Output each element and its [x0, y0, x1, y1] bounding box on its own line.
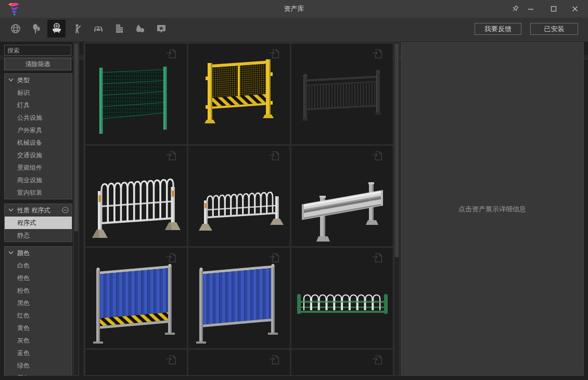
- category-signs-icon[interactable]: [152, 20, 170, 37]
- maximize-button[interactable]: [545, 0, 563, 18]
- asset-card[interactable]: [188, 350, 290, 376]
- asset-card[interactable]: [188, 248, 290, 348]
- chevron-down-icon: [8, 78, 14, 82]
- export-icon[interactable]: [164, 353, 178, 366]
- category-characters-icon[interactable]: [68, 20, 86, 37]
- minimize-button[interactable]: [522, 0, 540, 18]
- filter-item[interactable]: 绿色: [5, 359, 72, 372]
- asset-card[interactable]: [85, 44, 187, 144]
- category-vehicles-icon[interactable]: [89, 20, 107, 37]
- filter-item[interactable]: 商业设施: [5, 174, 72, 186]
- grid-scrollbar[interactable]: [394, 42, 400, 376]
- category-props-icon[interactable]: [47, 20, 66, 37]
- asset-card[interactable]: [85, 248, 187, 348]
- filter-section-color: 颜色 白色 橙色 粉色 黑色 红色 黄色 灰色 蓝色 绿色 紫色: [4, 246, 72, 376]
- toolbar: 我要反馈 已安装: [0, 18, 588, 42]
- asset-card[interactable]: [291, 146, 393, 246]
- category-vegetation-icon[interactable]: [27, 20, 45, 37]
- filter-item[interactable]: 户外家具: [5, 124, 72, 136]
- filter-item[interactable]: 静态: [5, 229, 72, 242]
- export-icon[interactable]: [370, 149, 384, 162]
- category-terrain-icon[interactable]: [6, 20, 24, 37]
- asset-card[interactable]: [85, 350, 187, 376]
- filter-item[interactable]: 机械设备: [5, 136, 72, 149]
- chevron-down-icon: [8, 208, 14, 212]
- filter-section-nature: 性质 程序式 程序式 静态: [4, 204, 72, 242]
- export-icon[interactable]: [267, 47, 281, 60]
- export-icon[interactable]: [370, 353, 384, 366]
- app-window: 资产库: [0, 0, 588, 380]
- asset-card[interactable]: [291, 350, 393, 376]
- filter-item[interactable]: 粉色: [5, 284, 72, 297]
- close-button[interactable]: [566, 0, 584, 18]
- section-header-nature[interactable]: 性质 程序式: [5, 204, 72, 217]
- filter-item[interactable]: 公共设施: [5, 111, 72, 124]
- search-input[interactable]: [4, 45, 71, 56]
- filter-item[interactable]: 室内软装: [5, 186, 72, 199]
- filter-section-type: 类型 标识 灯具 公共设施 户外家具 机械设备 交通设施 景观组件 商业设施 室…: [4, 73, 72, 199]
- export-icon[interactable]: [164, 251, 178, 264]
- filter-item[interactable]: 黑色: [5, 297, 72, 309]
- detail-panel: 点击资产展示详细信息: [401, 42, 584, 376]
- export-icon[interactable]: [370, 251, 384, 264]
- asset-card[interactable]: [291, 248, 393, 348]
- window-title: 资产库: [0, 0, 588, 18]
- sidebar-scrollbar[interactable]: [73, 42, 79, 376]
- chevron-down-icon: [8, 251, 14, 255]
- export-icon[interactable]: [267, 353, 281, 366]
- titlebar: 资产库: [0, 0, 588, 18]
- filter-item[interactable]: 灯具: [5, 99, 72, 111]
- filter-item[interactable]: 白色: [5, 259, 72, 272]
- section-header-color[interactable]: 颜色: [5, 247, 72, 259]
- section-header-type[interactable]: 类型: [5, 74, 72, 86]
- pin-button[interactable]: [506, 0, 524, 18]
- filter-item[interactable]: 蓝色: [5, 347, 72, 359]
- filter-item[interactable]: 景观组件: [5, 161, 72, 174]
- filter-item[interactable]: 橙色: [5, 272, 72, 284]
- installed-button[interactable]: 已安装: [530, 23, 578, 35]
- clear-filter-button[interactable]: 清除筛选: [4, 58, 71, 70]
- export-icon[interactable]: [164, 149, 178, 162]
- export-icon[interactable]: [267, 251, 281, 264]
- filter-item[interactable]: 标识: [5, 86, 72, 99]
- filter-item[interactable]: 灰色: [5, 334, 72, 347]
- filter-item[interactable]: 红色: [5, 309, 72, 322]
- remove-filter-icon[interactable]: [62, 207, 69, 213]
- filter-item-selected[interactable]: 程序式: [5, 217, 72, 229]
- filter-item[interactable]: 交通设施: [5, 149, 72, 161]
- filter-sidebar: 清除筛选 类型 标识 灯具 公共设施 户外家具 机械设备 交通设施 景观组件 商…: [4, 45, 72, 376]
- export-icon[interactable]: [370, 47, 384, 60]
- asset-card[interactable]: [291, 44, 393, 144]
- category-buildings-icon[interactable]: [110, 20, 128, 37]
- detail-placeholder: 点击资产展示详细信息: [458, 205, 526, 214]
- export-icon[interactable]: [164, 47, 178, 60]
- filter-item[interactable]: 黄色: [5, 322, 72, 334]
- asset-card[interactable]: [188, 146, 290, 246]
- category-materials-icon[interactable]: [131, 20, 149, 37]
- asset-card[interactable]: [85, 146, 187, 246]
- asset-grid: [84, 42, 393, 376]
- feedback-button[interactable]: 我要反馈: [475, 23, 521, 35]
- asset-card[interactable]: [188, 44, 290, 144]
- export-icon[interactable]: [267, 149, 281, 162]
- filter-item[interactable]: 紫色: [5, 372, 72, 376]
